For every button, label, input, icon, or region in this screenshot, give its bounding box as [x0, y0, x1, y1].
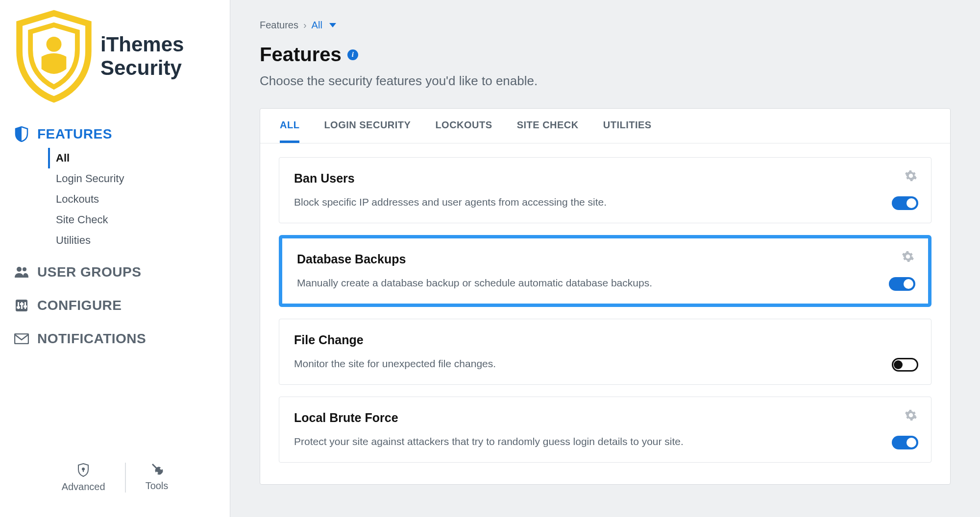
features-panel: ALL LOGIN SECURITY LOCKOUTS SITE CHECK U…: [260, 108, 951, 485]
toggle-database-backups[interactable]: [889, 277, 915, 291]
page-title: Features i: [260, 44, 951, 66]
card-description: Protect your site against attackers that…: [294, 436, 916, 447]
nav-user-groups-label: USER GROUPS: [37, 264, 141, 280]
subnav-login-security[interactable]: Login Security: [56, 168, 230, 189]
subnav-lockouts[interactable]: Lockouts: [56, 189, 230, 210]
shield-lock-icon: [77, 463, 90, 477]
nav-notifications[interactable]: NOTIFICATIONS: [14, 322, 230, 355]
nav-user-groups[interactable]: USER GROUPS: [14, 256, 230, 289]
card-file-change: File Change Monitor the site for unexpec…: [279, 319, 931, 385]
card-title: Local Brute Force: [294, 411, 916, 425]
feature-cards: Ban Users Block specific IP addresses an…: [260, 143, 950, 484]
tools-label: Tools: [146, 480, 169, 492]
card-local-brute-force: Local Brute Force Protect your site agai…: [279, 397, 931, 463]
tools-link[interactable]: Tools: [146, 463, 169, 493]
toggle-ban-users[interactable]: [892, 196, 918, 210]
brand-name: iThemesSecurity: [100, 33, 184, 80]
toggle-local-brute-force[interactable]: [892, 436, 918, 449]
toggle-file-change[interactable]: [892, 358, 918, 372]
svg-point-1: [17, 267, 22, 272]
main-nav: FEATURES All Login Security Lockouts Sit…: [0, 118, 230, 355]
subnav-utilities[interactable]: Utilities: [56, 230, 230, 251]
subnav-site-check[interactable]: Site Check: [56, 210, 230, 230]
nav-configure[interactable]: CONFIGURE: [14, 289, 230, 322]
wrench-icon: [150, 463, 164, 476]
brand-logo: iThemesSecurity: [0, 10, 230, 118]
page-description: Choose the security features you'd like …: [260, 73, 951, 89]
main-content: Features › All Features i Choose the sec…: [230, 0, 980, 517]
gear-icon[interactable]: [905, 409, 917, 422]
breadcrumb-current[interactable]: All: [312, 20, 322, 31]
nav-configure-label: CONFIGURE: [37, 298, 122, 313]
users-icon: [14, 264, 29, 280]
card-title: Database Backups: [297, 252, 913, 266]
card-database-backups: Database Backups Manually create a datab…: [279, 235, 931, 307]
breadcrumb-root[interactable]: Features: [260, 20, 298, 31]
tab-utilities[interactable]: UTILITIES: [603, 119, 652, 143]
tab-lockouts[interactable]: LOCKOUTS: [435, 119, 492, 143]
gear-icon[interactable]: [905, 169, 917, 182]
info-icon[interactable]: i: [347, 49, 358, 60]
svg-rect-7: [17, 306, 20, 308]
gear-icon[interactable]: [902, 250, 914, 263]
nav-features-label: FEATURES: [37, 126, 112, 142]
shield-icon: [14, 126, 29, 142]
card-title: File Change: [294, 333, 916, 347]
svg-rect-8: [20, 303, 24, 305]
chevron-right-icon: ›: [303, 20, 307, 31]
subnav-all[interactable]: All: [48, 148, 230, 168]
svg-point-0: [47, 37, 62, 52]
card-ban-users: Ban Users Block specific IP addresses an…: [279, 157, 931, 223]
bottom-tools: Advanced Tools: [0, 448, 230, 517]
breadcrumb: Features › All: [260, 20, 951, 31]
card-description: Block specific IP addresses and user age…: [294, 196, 916, 208]
shield-logo-icon: [12, 10, 96, 103]
caret-down-icon[interactable]: [329, 23, 336, 27]
advanced-link[interactable]: Advanced: [62, 463, 105, 493]
card-title: Ban Users: [294, 171, 916, 186]
mail-icon: [14, 331, 29, 347]
tab-site-check[interactable]: SITE CHECK: [517, 119, 579, 143]
sidebar: iThemesSecurity FEATURES All Login Secur…: [0, 0, 230, 517]
advanced-label: Advanced: [62, 481, 105, 493]
nav-notifications-label: NOTIFICATIONS: [37, 331, 146, 347]
svg-rect-9: [24, 306, 27, 307]
svg-point-2: [23, 267, 26, 271]
card-description: Manually create a database backup or sch…: [297, 277, 913, 289]
svg-rect-12: [83, 470, 84, 472]
tab-login-security[interactable]: LOGIN SECURITY: [324, 119, 411, 143]
card-description: Monitor the site for unexpected file cha…: [294, 358, 916, 370]
features-subnav: All Login Security Lockouts Site Check U…: [14, 148, 230, 251]
tools-divider: [125, 463, 126, 493]
feature-tabs: ALL LOGIN SECURITY LOCKOUTS SITE CHECK U…: [260, 109, 950, 143]
sliders-icon: [14, 298, 29, 313]
tab-all[interactable]: ALL: [280, 119, 299, 143]
nav-features[interactable]: FEATURES: [14, 118, 230, 151]
